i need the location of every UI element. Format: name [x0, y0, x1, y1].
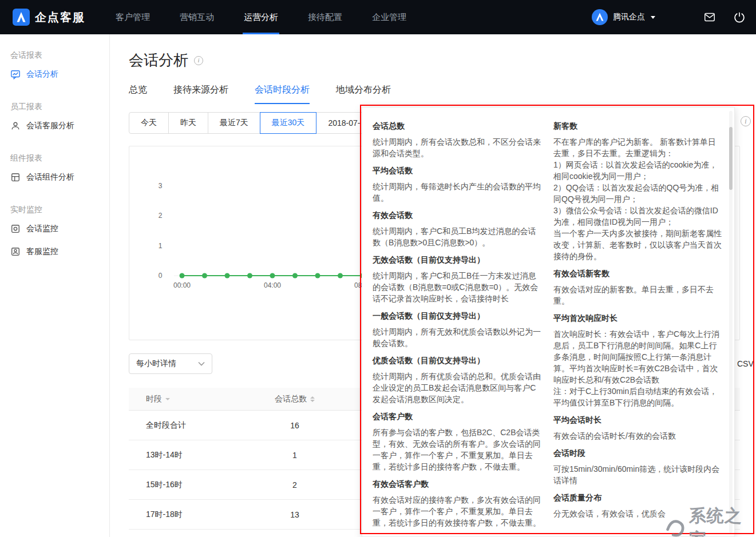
nav-item-1[interactable]: 客户管理: [101, 0, 165, 34]
sidebar-section-header: 员工报表: [10, 102, 109, 112]
agent-monitor-icon: [10, 246, 21, 257]
cell-session-total: 1: [249, 451, 341, 460]
sidebar-item-label: 会话组件分析: [26, 172, 74, 182]
glossary-term-title: 一般会话数（目前仅支持导出）: [373, 311, 542, 321]
sidebar-item[interactable]: 会话组件分析: [0, 166, 109, 189]
date-filter-4[interactable]: 最近30天: [260, 112, 317, 134]
tab-2[interactable]: 接待来源分析: [173, 84, 228, 104]
column-header-period[interactable]: 时段: [129, 394, 249, 404]
sidebar-section-header: 组件报表: [10, 153, 109, 164]
scrollbar-thumb[interactable]: [729, 127, 733, 190]
tab-1[interactable]: 总览: [129, 84, 147, 104]
cell-period: 17时-18时: [129, 510, 249, 520]
glossary-term-body: 统计周期内，所有优质会话的总和。优质会话由企业设定的员工B发起会话消息数区间与客…: [373, 371, 542, 405]
detail-granularity-select[interactable]: 每小时详情: [129, 353, 212, 374]
logout-icon[interactable]: [733, 11, 746, 23]
app-logo[interactable]: 企点客服: [0, 9, 101, 26]
chevron-down-icon: [651, 16, 655, 19]
cell-session-total: 13: [249, 510, 341, 519]
avatar: [591, 9, 608, 26]
chart-point: [338, 273, 343, 279]
glossary-term-title: 会话时段: [553, 448, 723, 459]
cell-period: 13时-14时: [129, 450, 249, 460]
cell-period: 全时段合计: [129, 420, 249, 431]
glossary-term-title: 有效会话新客数: [553, 269, 723, 279]
session-monitor-icon: [10, 224, 21, 234]
qidian-logo-icon: [13, 9, 30, 26]
glossary-term-body: 所有参与会话的客户数，包括B2C、C2B会话类型，有效、无效会话的所有客户。多次…: [373, 427, 542, 472]
glossary-term-body: 统计周期内，所有会话次数总和，不区分会话来源和会话类型。: [373, 136, 542, 159]
page-title-row: 会话分析 i: [129, 50, 203, 70]
column-label: 会话总数: [275, 394, 307, 404]
mail-icon[interactable]: [703, 11, 716, 23]
glossary-term-title: 会话客户数: [373, 412, 542, 422]
glossary-term-title: 平均会话时长: [553, 415, 723, 425]
nav-item-5[interactable]: 企业管理: [357, 0, 421, 34]
glossary-term-body: 统计周期内，所有无效和优质会话数以外记为一般会话数。: [373, 326, 542, 349]
cell-session-total: 16: [249, 421, 341, 430]
chart-point: [270, 273, 275, 279]
glossary-col-left: 会话总数统计周期内，所有会话次数总和，不区分会话来源和会话类型。平均会话数统计周…: [373, 121, 542, 536]
sidebar-item[interactable]: 会话客服分析: [0, 114, 109, 137]
page-title: 会话分析: [129, 50, 188, 70]
nav-item-3[interactable]: 运营分析: [229, 0, 293, 34]
glossary-term-body: 统计周期内，客户C和员工B均发过消息的会话数（B消息数>0且C消息数>0）。: [373, 225, 542, 248]
sidebar-item-label: 客服监控: [26, 246, 58, 257]
sort-icon[interactable]: [310, 396, 315, 402]
nav-item-4[interactable]: 接待配置: [293, 0, 357, 34]
glossary-term-title: 优质会话数（目前仅支持导出）: [373, 356, 542, 366]
svg-text:00:00: 00:00: [173, 281, 191, 289]
sidebar-item[interactable]: 会话分析: [0, 63, 109, 86]
info-icon[interactable]: i: [741, 116, 751, 126]
glossary-term-title: 会话质量分布: [553, 493, 723, 503]
info-icon[interactable]: i: [194, 56, 203, 65]
glossary-term-body: 可按15min/30min/60min筛选，统计该时段内会话详情: [553, 463, 723, 486]
glossary-term-body: 统计周期内，每筛选时长内产生的会话数的平均值。: [373, 181, 542, 204]
glossary-term-body: 分无效会话，有效会话，优质会: [553, 508, 723, 519]
top-navigation: 企点客服 客户管理营销互动运营分析接待配置企业管理 腾讯企点: [0, 0, 756, 34]
scrollbar[interactable]: [729, 111, 733, 533]
glossary-term-title: 无效会话数（目前仅支持导出）: [373, 255, 542, 265]
app-title: 企点客服: [35, 10, 85, 25]
sidebar-item-label: 会话分析: [26, 69, 58, 79]
svg-text:0: 0: [159, 272, 163, 280]
chat-analysis-icon: [10, 69, 21, 79]
nav-items: 客户管理营销互动运营分析接待配置企业管理: [101, 0, 421, 34]
glossary-term-body: 有效会话对应的接待客户数，多次有效会话的同一客户，算作一个客户，不重复累加。单日…: [373, 494, 542, 528]
glossary-term-title: 平均首次响应时长: [553, 313, 723, 324]
glossary-term-body: 有效会话的会话时长/有效的会话数: [553, 430, 723, 441]
svg-text:04:00: 04:00: [264, 281, 281, 289]
svg-text:1: 1: [159, 242, 163, 250]
chart-point: [292, 273, 298, 279]
sidebar-section-header: 会话报表: [10, 50, 109, 61]
date-filter-2[interactable]: 昨天: [168, 112, 208, 134]
chart-point: [225, 273, 230, 279]
glossary-term-title: 会话总数: [373, 121, 542, 132]
glossary-popup: 会话总数统计周期内，所有会话次数总和，不区分会话来源和会话类型。平均会话数统计周…: [362, 107, 735, 537]
glossary-term-title: 新客数: [553, 121, 723, 132]
sidebar-item[interactable]: 客服监控: [0, 240, 109, 263]
account-name: 腾讯企点: [613, 12, 645, 22]
glossary-term-body: 统计周期内，客户C和员工B任一方未发过消息的会话数（B消息数=0或C消息数=0）…: [373, 270, 542, 304]
detail-granularity-value: 每小时详情: [136, 359, 176, 369]
column-header-session-total[interactable]: 会话总数: [249, 394, 341, 404]
tab-3[interactable]: 会话时段分析: [255, 84, 310, 104]
nav-item-2[interactable]: 营销互动: [165, 0, 229, 34]
glossary-col-right: 新客数不在客户库的客户记为新客。 新客数计算单日去重，多日不去重。去重逻辑为： …: [553, 121, 723, 536]
date-filter-3[interactable]: 最近7天: [208, 112, 260, 134]
svg-text:3: 3: [159, 182, 163, 190]
sort-icon[interactable]: [165, 398, 170, 400]
date-filter-1[interactable]: 今天: [129, 112, 169, 134]
glossary-term-title: 有效会话客户数: [373, 479, 542, 490]
account-menu[interactable]: 腾讯企点: [591, 9, 655, 26]
chart-point: [315, 273, 320, 279]
export-csv-label[interactable]: CSV: [737, 359, 754, 368]
column-label: 时段: [146, 394, 162, 404]
sidebar-section-header: 实时监控: [10, 205, 109, 215]
sidebar-item-label: 会话客服分析: [26, 121, 74, 131]
cell-period: 15时-16时: [129, 480, 249, 490]
sidebar-item[interactable]: 会话监控: [0, 217, 109, 240]
cell-session-total: 2: [249, 480, 341, 490]
chart-point: [180, 273, 185, 279]
tab-4[interactable]: 地域分布分析: [336, 84, 391, 104]
